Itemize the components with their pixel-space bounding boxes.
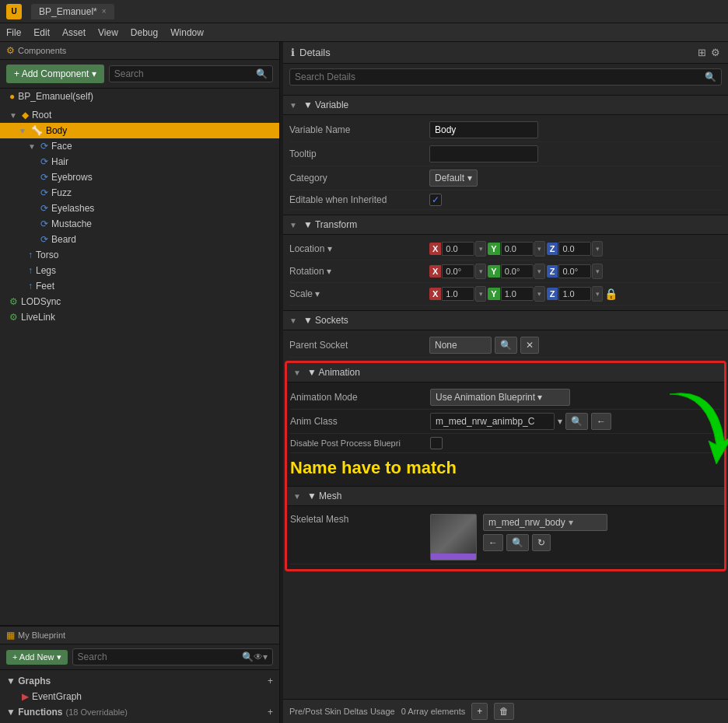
rotation-label[interactable]: Rotation ▾ <box>289 266 429 277</box>
tree-item-lodsync[interactable]: ⚙ LODSync <box>0 294 279 309</box>
mesh-dropdown[interactable]: m_med_nrw_body ▾ <box>483 514 607 531</box>
parent-socket-dropdown[interactable]: None <box>429 337 492 354</box>
disable-post-label: Disable Post Process Bluepri <box>290 438 430 448</box>
expand-root[interactable]: ▼ <box>9 111 17 120</box>
delete-element-btn[interactable]: 🗑 <box>494 703 514 720</box>
dropdown-arrow-icon[interactable]: ▾ <box>558 416 562 427</box>
expand-body[interactable]: ▼ <box>19 127 26 135</box>
grid-icon[interactable]: ⊞ <box>698 47 706 58</box>
location-x-spin[interactable]: ▾ <box>475 241 486 257</box>
search-input[interactable] <box>114 68 256 79</box>
scale-z-field[interactable] <box>558 287 591 301</box>
scale-z-spin[interactable]: ▾ <box>592 286 603 302</box>
blueprint-search-input[interactable] <box>78 651 242 662</box>
lock-icon[interactable]: 🔒 <box>604 288 618 300</box>
expand-face[interactable]: ▼ <box>28 142 36 151</box>
parent-socket-clear-btn[interactable]: ✕ <box>520 337 539 354</box>
sockets-section-title: ▼ Sockets <box>303 315 348 326</box>
livelink-icon: ⚙ <box>9 312 18 323</box>
rotation-z-field[interactable] <box>558 264 591 278</box>
scale-label[interactable]: Scale ▾ <box>289 288 429 299</box>
mesh-search-btn[interactable]: 🔍 <box>506 534 529 551</box>
add-element-btn[interactable]: + <box>471 703 488 720</box>
event-graph-item[interactable]: ▶ EventGraph <box>6 689 273 704</box>
close-icon[interactable]: × <box>102 7 107 16</box>
location-y-input: Y ▾ <box>488 241 544 257</box>
add-graph-icon[interactable]: + <box>268 676 273 686</box>
tree-item-feet[interactable]: ↑ Feet <box>0 278 279 294</box>
rotation-y-field[interactable] <box>501 264 534 278</box>
menu-asset[interactable]: Asset <box>62 27 86 38</box>
menu-debug[interactable]: Debug <box>131 27 158 38</box>
tree-item-hair[interactable]: ⟳ Hair <box>0 154 279 169</box>
root-label: Root <box>32 110 51 120</box>
variable-name-label: Variable Name <box>289 124 429 135</box>
scale-y-field[interactable] <box>501 287 534 301</box>
tree-item-eyebrows[interactable]: ⟳ Eyebrows <box>0 169 279 185</box>
bottom-section: ▦ My Blueprint + Add New ▾ 🔍 👁 ▾ ▼ Graph… <box>0 625 279 723</box>
location-y-spin[interactable]: ▾ <box>534 241 545 257</box>
sockets-section-header: ▼ ▼ Sockets <box>283 310 728 330</box>
category-dropdown[interactable]: Default ▾ <box>429 169 478 187</box>
tree-item-eyelashes[interactable]: ⟳ Eyelashes <box>0 201 279 216</box>
filter-icon[interactable]: ▾ <box>263 651 268 662</box>
variable-name-input[interactable] <box>429 121 538 138</box>
anim-mode-dropdown[interactable]: Use Animation Blueprint ▾ <box>430 389 570 406</box>
tab-bp-emanuel[interactable]: BP_Emanuel* × <box>31 4 114 19</box>
tree-item-torso[interactable]: ↑ Torso <box>0 247 279 263</box>
rotation-y-spin[interactable]: ▾ <box>534 264 545 279</box>
anim-mode-value: Use Animation Blueprint ▾ <box>430 389 721 406</box>
add-component-button[interactable]: + Add Component ▾ <box>6 65 104 83</box>
anim-class-nav-btn[interactable]: ← <box>591 413 611 430</box>
settings-icon[interactable]: ⚙ <box>711 47 720 58</box>
rotation-z-spin[interactable]: ▾ <box>592 264 603 279</box>
anim-class-input[interactable] <box>430 413 555 430</box>
tree-item-face[interactable]: ▼ ⟳ Face <box>0 138 279 154</box>
scale-z-input: Z ▾ <box>547 286 604 302</box>
rotation-x-spin[interactable]: ▾ <box>475 264 486 279</box>
location-x-input: X ▾ <box>429 241 486 257</box>
anim-class-search-btn[interactable]: 🔍 <box>565 413 588 430</box>
scale-x-spin[interactable]: ▾ <box>475 286 486 302</box>
scale-value: X ▾ Y ▾ Z ▾ 🔒 <box>429 286 722 302</box>
menu-edit[interactable]: Edit <box>33 27 50 38</box>
scale-x-field[interactable] <box>442 287 474 301</box>
self-label: BP_Emanuel(self) <box>18 91 93 102</box>
tree-item-beard[interactable]: ⟳ Beard <box>0 232 279 247</box>
add-new-button[interactable]: + Add New ▾ <box>6 650 68 665</box>
editable-checkbox[interactable]: ✓ <box>429 194 442 206</box>
location-x-field[interactable] <box>442 242 474 256</box>
tree-item-livelink[interactable]: ⚙ LiveLink <box>0 309 279 325</box>
mesh-back-btn[interactable]: ← <box>483 534 503 551</box>
tree-item-fuzz[interactable]: ⟳ Fuzz <box>0 185 279 201</box>
tree-item-mustache[interactable]: ⟳ Mustache <box>0 216 279 232</box>
tree-item-body[interactable]: ▼ 🦴 Body <box>0 123 279 138</box>
details-title: Details <box>299 47 331 58</box>
menu-view[interactable]: View <box>98 27 118 38</box>
rotation-x-field[interactable] <box>442 264 474 278</box>
parent-socket-search-btn[interactable]: 🔍 <box>495 337 517 354</box>
location-z-spin[interactable]: ▾ <box>592 241 603 257</box>
tooltip-input[interactable] <box>429 145 538 162</box>
details-search-input[interactable] <box>295 72 705 82</box>
mesh-refresh-btn[interactable]: ↻ <box>532 534 551 551</box>
tree-item-legs[interactable]: ↑ Legs <box>0 263 279 278</box>
location-z-field[interactable] <box>558 242 591 256</box>
eye-icon[interactable]: 👁 <box>254 651 263 662</box>
menu-file[interactable]: File <box>6 27 21 38</box>
location-label[interactable]: Location ▾ <box>289 243 429 254</box>
mustache-icon: ⟳ <box>40 218 48 229</box>
event-graph-label: EventGraph <box>32 691 82 702</box>
scale-y-spin[interactable]: ▾ <box>534 286 545 302</box>
tree-self-item[interactable]: ● BP_Emanuel(self) <box>0 89 279 104</box>
y-label: Y <box>488 243 499 255</box>
tree-item-root[interactable]: ▼ ◆ Root <box>0 107 279 123</box>
add-function-icon[interactable]: + <box>268 707 273 718</box>
rotation-x-input: X ▾ <box>429 264 486 279</box>
bottom-bar-label: Pre/Post Skin Deltas Usage <box>289 707 395 716</box>
body-icon: 🦴 <box>31 125 43 136</box>
skeletal-mesh-value: m_med_nrw_body ▾ ← 🔍 ↻ <box>430 514 721 561</box>
disable-post-checkbox[interactable] <box>430 437 443 449</box>
location-y-field[interactable] <box>501 242 534 256</box>
menu-window[interactable]: Window <box>170 27 204 38</box>
